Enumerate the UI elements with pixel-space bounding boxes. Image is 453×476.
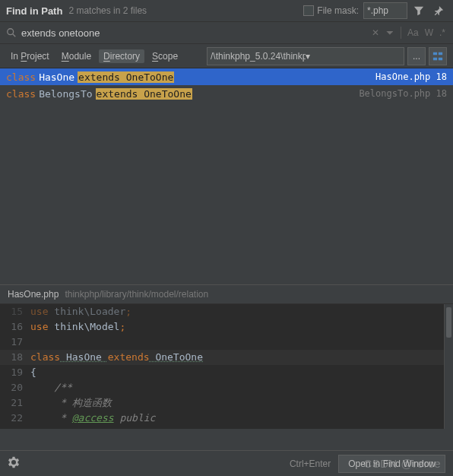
search-icon — [5, 27, 18, 38]
results-list: class HasOne extends OneToOne HasOne.php… — [0, 68, 453, 284]
history-icon[interactable]: ⏷ — [385, 27, 394, 38]
line-number: 15 — [0, 304, 30, 319]
result-keyword: class — [6, 71, 36, 83]
results-empty-area — [0, 102, 453, 284]
scope-module[interactable]: Module — [57, 49, 96, 63]
line-number: 17 — [0, 335, 30, 350]
svg-rect-3 — [439, 52, 442, 55]
result-classname: HasOne — [39, 71, 74, 83]
result-highlight: extends OneToOne — [78, 71, 174, 83]
result-classname: BelongsTo — [39, 88, 92, 100]
match-count: 2 matches in 2 files — [68, 5, 147, 16]
search-row: ✕ ⏷ Aa W .* — [0, 21, 453, 44]
line-number: 19 — [0, 365, 30, 380]
svg-rect-2 — [433, 52, 437, 55]
preview-header: HasOne.php thinkphp/library/think/model/… — [0, 284, 453, 304]
svg-rect-4 — [433, 57, 437, 60]
line-number: 16 — [0, 319, 30, 335]
svg-rect-5 — [439, 57, 442, 60]
directory-path-select[interactable]: /\thinkphp_5.0.24\thinkphp\library\think… — [207, 47, 404, 65]
result-row[interactable]: class HasOne extends OneToOne HasOne.php… — [0, 68, 453, 85]
directory-path-text: /\thinkphp_5.0.24\thinkphp\library\think — [211, 51, 306, 62]
scrollbar[interactable] — [444, 304, 453, 429]
open-find-window-button[interactable]: Open in Find Window — [338, 455, 445, 473]
shortcut-hint: Ctrl+Enter — [290, 459, 331, 469]
filter-icon[interactable] — [410, 2, 427, 19]
line-number: 22 — [0, 411, 30, 426]
result-file: BelongsTo.php 18 — [359, 88, 447, 99]
divider — [401, 27, 401, 39]
match-case-toggle[interactable]: Aa — [407, 27, 419, 38]
line-number: 18 — [0, 350, 30, 365]
preview-path: thinkphp/library/think/model/relation — [65, 289, 208, 300]
regex-toggle[interactable]: .* — [439, 27, 445, 38]
result-row[interactable]: class BelongsTo extends OneToOne Belongs… — [0, 85, 453, 102]
chevron-down-icon: ▾ — [306, 51, 401, 62]
scope-directory[interactable]: Directory — [99, 49, 144, 63]
file-mask-input[interactable] — [363, 2, 407, 19]
scope-row: In Project Module Directory Scope /\thin… — [0, 44, 453, 68]
svg-line-1 — [13, 34, 16, 37]
code-preview[interactable]: 15 use think\Loader; 16 use think\Model;… — [0, 304, 453, 429]
pin-icon[interactable] — [430, 2, 447, 19]
line-number: 21 — [0, 395, 30, 411]
words-toggle[interactable]: W — [425, 27, 433, 38]
scope-in-project[interactable]: In Project — [6, 49, 54, 63]
clear-icon[interactable]: ✕ — [372, 27, 379, 38]
line-number: 20 — [0, 380, 30, 395]
file-mask-checkbox[interactable] — [303, 5, 314, 16]
result-highlight: extends OneToOne — [96, 88, 192, 100]
browse-button[interactable]: ... — [407, 47, 426, 65]
dialog-header: Find in Path 2 matches in 2 files File m… — [0, 0, 453, 21]
preview-filename: HasOne.php — [8, 289, 59, 300]
dialog-title: Find in Path — [6, 5, 62, 17]
recursive-button[interactable] — [429, 47, 447, 65]
scrollbar-thumb[interactable] — [446, 307, 451, 338]
scope-scope[interactable]: Scope — [147, 49, 182, 63]
result-keyword: class — [6, 88, 36, 100]
svg-point-0 — [8, 29, 14, 35]
search-input[interactable] — [18, 27, 369, 39]
file-mask-label: File mask: — [317, 5, 359, 16]
dialog-footer: Ctrl+Enter Open in Find Window — [0, 450, 453, 476]
gear-icon[interactable] — [8, 456, 20, 471]
result-file: HasOne.php 18 — [375, 71, 447, 82]
